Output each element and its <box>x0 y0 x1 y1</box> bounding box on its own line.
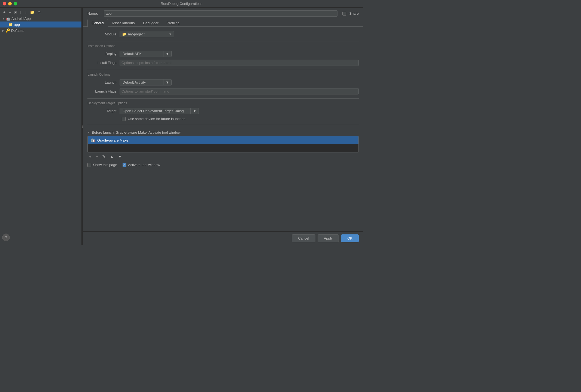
show-page-label: Show this page <box>93 163 117 167</box>
module-folder-icon: 📁 <box>122 32 126 36</box>
name-label: Name: <box>87 11 101 16</box>
tree-item-defaults[interactable]: ▶ 🔑 Defaults <box>0 27 81 33</box>
button-row: Cancel Apply OK <box>83 231 363 245</box>
main-layout: + − ⎘ ↑ ↓ 📁 ⇅ ▼ 🤖 Android App 📁 app ▶ <box>0 8 363 245</box>
activate-tool-window-checkbox[interactable]: ✓ <box>123 163 126 167</box>
install-flags-wrap <box>120 60 359 66</box>
window-title: Run/Debug Configurations <box>161 2 202 6</box>
launch-dropdown-main[interactable]: Default Activity <box>120 79 163 85</box>
module-label: Module: <box>87 32 117 36</box>
before-launch-list: 🤖 Gradle-aware Make <box>87 136 359 152</box>
module-dropdown[interactable]: 📁 my-project ▼ <box>120 31 174 37</box>
installation-divider <box>87 41 359 41</box>
remove-config-button[interactable]: − <box>8 10 12 15</box>
launch-options-header: Launch Options <box>87 73 359 76</box>
share-row: Share <box>342 11 359 16</box>
config-tree: ▼ 🤖 Android App 📁 app ▶ 🔑 Defaults <box>0 16 81 231</box>
tab-general[interactable]: General <box>87 19 108 27</box>
install-flags-row: Install Flags: <box>87 60 359 66</box>
launch-flags-row: Launch Flags: <box>87 88 359 94</box>
bottom-options: Show this page ✓ Activate tool window <box>87 161 359 170</box>
android-icon: 🤖 <box>6 17 10 21</box>
bl-up-button[interactable]: ▲ <box>108 154 115 160</box>
bl-down-button[interactable]: ▼ <box>116 154 123 160</box>
install-flags-input[interactable] <box>120 60 359 66</box>
target-label: Target: <box>87 109 117 113</box>
android-app-label: Android App <box>11 17 31 21</box>
bl-add-button[interactable]: + <box>87 154 93 160</box>
left-toolbar: + − ⎘ ↑ ↓ 📁 ⇅ <box>0 9 81 16</box>
activate-tool-window-label: Activate tool window <box>128 163 160 167</box>
launch-flags-input[interactable] <box>120 88 359 94</box>
launch-flags-label: Launch Flags: <box>87 89 117 93</box>
close-button[interactable] <box>3 2 6 5</box>
title-bar: Run/Debug Configurations <box>0 0 363 8</box>
launch-row: Launch: Default Activity ▼ <box>87 79 359 85</box>
before-launch-title: Before launch: Gradle-aware Make, Activa… <box>92 130 181 134</box>
launch-dropdown: Default Activity ▼ <box>120 79 172 85</box>
show-page-checkbox[interactable] <box>87 163 91 167</box>
installation-options-header: Installation Options <box>87 44 359 48</box>
deploy-dropdown-arrow[interactable]: ▼ <box>163 51 172 57</box>
before-launch-item-label: Gradle-aware Make <box>97 138 128 142</box>
before-launch-header: ▼ Before launch: Gradle-aware Make, Acti… <box>87 128 359 136</box>
left-panel: + − ⎘ ↑ ↓ 📁 ⇅ ▼ 🤖 Android App 📁 app ▶ <box>0 8 82 245</box>
launch-dropdown-arrow[interactable]: ▼ <box>163 79 172 85</box>
tree-group-android-app[interactable]: ▼ 🤖 Android App <box>0 16 81 22</box>
cancel-button[interactable]: Cancel <box>292 234 315 242</box>
apply-button[interactable]: Apply <box>318 234 339 242</box>
window-controls[interactable] <box>3 2 17 5</box>
tab-debugger[interactable]: Debugger <box>139 19 163 27</box>
launch-flags-wrap <box>120 88 359 94</box>
same-device-row: Use same device for future launches <box>122 117 359 121</box>
module-value: my-project <box>128 32 145 36</box>
same-device-checkbox[interactable] <box>122 117 126 121</box>
share-checkbox[interactable] <box>342 12 346 16</box>
show-page-row: Show this page <box>87 163 117 167</box>
move-up-button[interactable]: ↑ <box>19 10 23 15</box>
deploy-dropdown-main[interactable]: Default APK <box>120 51 163 57</box>
launch-label: Launch: <box>87 80 117 84</box>
bl-remove-button[interactable]: − <box>94 154 99 160</box>
name-input[interactable] <box>104 10 337 17</box>
target-dropdown-main[interactable]: Open Select Deployment Target Dialog <box>120 108 190 114</box>
sort-button[interactable]: ⇅ <box>37 10 42 15</box>
module-dropdown-arrow-icon: ▼ <box>169 33 172 36</box>
tabs-row: General Miscellaneous Debugger Profiling <box>83 19 363 27</box>
deployment-target-header: Deployment Target Options <box>87 101 359 105</box>
module-row: Module: 📁 my-project ▼ <box>87 31 359 37</box>
tab-profiling[interactable]: Profiling <box>163 19 184 27</box>
maximize-button[interactable] <box>14 2 17 5</box>
launch-divider <box>87 70 359 70</box>
ok-button[interactable]: OK <box>341 234 359 242</box>
help-button[interactable]: ? <box>2 234 10 241</box>
app-folder-icon: 📁 <box>8 22 13 27</box>
tab-miscellaneous[interactable]: Miscellaneous <box>108 19 139 27</box>
tree-item-app[interactable]: 📁 app <box>0 22 81 27</box>
before-launch-arrow-icon: ▼ <box>87 131 90 134</box>
target-dropdown-arrow[interactable]: ▼ <box>190 108 199 114</box>
before-launch-divider <box>87 125 359 125</box>
defaults-icon: 🔑 <box>5 28 10 33</box>
target-dropdown: Open Select Deployment Target Dialog ▼ <box>120 108 199 114</box>
add-config-button[interactable]: + <box>2 10 7 15</box>
splitter-handle <box>82 125 83 128</box>
deploy-dropdown: Default APK ▼ <box>120 51 172 57</box>
deploy-label: Deploy: <box>87 52 117 56</box>
minimize-button[interactable] <box>8 2 12 5</box>
share-label: Share <box>349 11 359 16</box>
bl-edit-button[interactable]: ✎ <box>101 154 107 160</box>
move-down-button[interactable]: ↓ <box>24 10 28 15</box>
content-area: Module: 📁 my-project ▼ Installation Opti… <box>83 27 363 231</box>
deploy-row: Deploy: Default APK ▼ <box>87 51 359 57</box>
before-launch-toolbar: + − ✎ ▲ ▼ <box>87 152 359 161</box>
folder-button[interactable]: 📁 <box>29 10 36 15</box>
target-row: Target: Open Select Deployment Target Di… <box>87 108 359 114</box>
before-launch-item-gradle[interactable]: 🤖 Gradle-aware Make <box>88 136 358 144</box>
left-panel-bottom: ? <box>0 231 81 244</box>
app-label: app <box>14 23 20 27</box>
copy-config-button[interactable]: ⎘ <box>13 10 17 15</box>
defaults-label: Defaults <box>11 29 24 33</box>
defaults-expand-icon: ▶ <box>2 29 4 32</box>
same-device-label: Use same device for future launches <box>128 117 185 121</box>
